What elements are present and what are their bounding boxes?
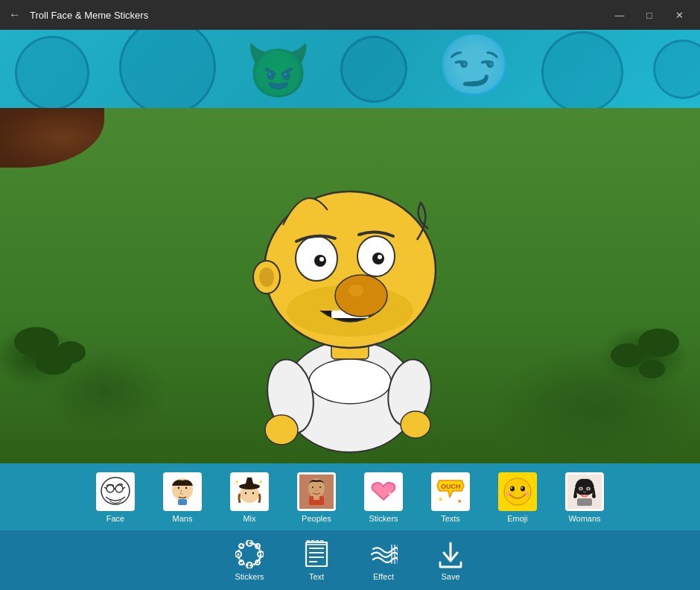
save-action-icon [436, 539, 465, 569]
svg-text:OUCH: OUCH [441, 483, 461, 490]
stickers-action-label: Stickers [235, 572, 264, 581]
svg-point-12 [335, 275, 387, 317]
tab-texts[interactable]: OUCH ★ ★ Texts [417, 466, 484, 529]
emoji-tab-label: Emoji [507, 514, 528, 523]
banner-shape-2 [119, 30, 216, 108]
peoples-tab-icon [297, 472, 336, 511]
texts-tab-icon: OUCH ★ ★ [431, 472, 470, 511]
texts-tab-label: Texts [441, 514, 460, 523]
save-action-label: Save [441, 572, 459, 581]
svg-rect-79 [577, 498, 592, 506]
effect-action-label: Effect [373, 572, 394, 581]
tab-womans[interactable]: Womans [551, 466, 618, 529]
mans-tab-icon [163, 472, 202, 511]
svg-text:·: · [372, 481, 374, 486]
tab-face[interactable]: Face [82, 466, 149, 529]
tab-peoples[interactable]: Peoples [283, 466, 350, 529]
bush-4 [638, 329, 679, 357]
back-button[interactable]: ← [9, 8, 21, 22]
effect-action-icon [369, 539, 398, 569]
banner-shape-1 [15, 36, 89, 109]
svg-point-64 [521, 487, 523, 489]
bush-5 [611, 343, 644, 367]
text-action-icon [302, 539, 331, 569]
action-buttons-bar: Stickers Text [0, 530, 700, 590]
svg-rect-50 [314, 496, 319, 500]
tab-stickers[interactable]: ♡ · Stickers [350, 466, 417, 529]
window-controls: — □ ✕ [608, 4, 691, 25]
banner-shape-4 [541, 31, 623, 109]
svg-point-4 [265, 415, 298, 445]
main-content: 😈 😏 🙃 [0, 30, 700, 590]
minimize-button[interactable]: — [608, 4, 631, 25]
action-save[interactable]: Save [421, 533, 480, 587]
stickers-tab-icon: ♡ · [364, 472, 403, 511]
svg-point-9 [259, 267, 274, 287]
svg-point-60 [504, 478, 531, 505]
svg-point-5 [401, 411, 430, 438]
svg-text:★: ★ [438, 496, 443, 503]
titlebar: ← Troll Face & Meme Stickers — □ ✕ [0, 0, 700, 30]
svg-point-72 [588, 488, 590, 490]
close-button[interactable]: ✕ [667, 4, 691, 25]
tab-mans[interactable]: Mans [149, 466, 216, 529]
banner-shape-3 [340, 36, 407, 103]
app-title: Troll Face & Meme Stickers [30, 10, 608, 21]
maximize-button[interactable]: □ [637, 4, 661, 25]
action-text[interactable]: Text [287, 533, 346, 587]
tab-mix[interactable]: ★ ★ Mix [216, 466, 283, 529]
womans-tab-label: Womans [568, 514, 600, 523]
banner-shapes: 😈 😏 🙃 [0, 30, 700, 108]
banner-face-2: 😏 [437, 31, 512, 101]
svg-point-47 [312, 486, 314, 488]
face-tab-icon [96, 472, 135, 511]
mix-tab-icon: ★ ★ [230, 472, 269, 511]
bush-6 [639, 360, 665, 378]
svg-point-71 [580, 488, 582, 490]
category-tabs-bar: Face [0, 463, 700, 530]
svg-text:★: ★ [457, 498, 462, 504]
face-tab-label: Face [106, 514, 124, 523]
svg-point-40 [252, 492, 254, 494]
svg-point-13 [349, 285, 363, 296]
svg-point-17 [319, 257, 324, 261]
svg-point-63 [511, 487, 512, 489]
svg-point-1 [309, 359, 391, 404]
tab-emoji[interactable]: Emoji [484, 466, 551, 529]
svg-point-19 [378, 255, 382, 259]
svg-rect-89 [306, 542, 327, 566]
womans-tab-icon [565, 472, 604, 511]
homer-character [231, 121, 469, 463]
peoples-tab-label: Peoples [302, 514, 331, 523]
mix-tab-label: Mix [243, 514, 255, 523]
svg-point-31 [178, 487, 179, 489]
homer-svg [231, 121, 469, 463]
action-stickers[interactable]: Stickers [220, 533, 279, 587]
svg-point-48 [319, 486, 321, 488]
svg-point-62 [521, 486, 525, 492]
svg-rect-20 [98, 475, 133, 509]
canvas-area[interactable] [0, 108, 700, 463]
svg-point-61 [510, 486, 515, 492]
svg-rect-33 [178, 499, 187, 505]
svg-point-54 [389, 492, 392, 495]
svg-point-39 [245, 492, 246, 494]
emoji-tab-icon [498, 472, 537, 511]
stickers-action-icon [235, 539, 264, 569]
action-effect[interactable]: Effect [354, 533, 413, 587]
stickers-tab-label: Stickers [369, 514, 398, 523]
svg-point-32 [185, 487, 187, 489]
bush-3 [35, 349, 72, 375]
svg-text:★: ★ [235, 479, 239, 484]
top-banner: 😈 😏 🙃 [0, 30, 700, 108]
banner-shape-5 [653, 39, 700, 99]
svg-text:♡: ♡ [387, 482, 393, 489]
svg-text:★: ★ [258, 479, 263, 484]
text-action-label: Text [309, 572, 324, 581]
mans-tab-label: Mans [173, 514, 193, 523]
banner-face-1: 😈 [246, 40, 311, 101]
